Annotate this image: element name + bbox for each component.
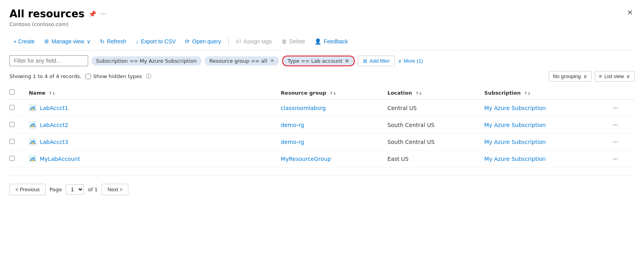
- name-sort-icon[interactable]: ↑↓: [49, 91, 56, 95]
- rg-link[interactable]: MyResourceGroup: [281, 156, 331, 162]
- grouping-dropdown[interactable]: No grouping ∨: [549, 71, 592, 82]
- pagination-row: < Previous Page 1 of 1 Next >: [9, 175, 635, 202]
- gear-icon: ⚙: [44, 38, 49, 45]
- row-2-rg-cell: demo-rg: [281, 134, 387, 151]
- total-pages-label: of 1: [88, 187, 98, 192]
- select-all-checkbox[interactable]: [9, 90, 15, 95]
- rg-sort-icon[interactable]: ↑↓: [329, 91, 336, 95]
- info-icon[interactable]: ⓘ: [146, 73, 151, 80]
- row-1-checkbox[interactable]: [9, 122, 15, 127]
- add-filter-button[interactable]: ⊞ Add filter: [358, 56, 395, 66]
- pin-icon[interactable]: 📌: [89, 10, 96, 18]
- resource-name-link[interactable]: LabAccct2: [40, 122, 68, 128]
- row-0-subscription-cell: My Azure Subscription: [484, 99, 610, 117]
- create-button[interactable]: + Create: [9, 36, 39, 47]
- lab-account-icon: [29, 155, 37, 163]
- table-row: LabAccct2 demo-rgSouth Central USMy Azur…: [9, 117, 635, 134]
- row-ellipsis-button[interactable]: ···: [610, 104, 620, 112]
- assign-tags-button[interactable]: 🏷 Assign tags: [232, 36, 276, 47]
- refresh-icon: ↻: [100, 38, 105, 45]
- row-3-name-cell: MyLabAccount: [29, 151, 281, 168]
- show-hidden-types-label[interactable]: Show hidden types: [85, 73, 142, 79]
- show-hidden-types-checkbox[interactable]: [85, 74, 91, 79]
- chevron-down-icon: ∨: [626, 73, 630, 79]
- feedback-button[interactable]: 👤 Feedback: [311, 36, 352, 47]
- loc-sort-icon[interactable]: ↑↓: [415, 91, 422, 95]
- row-1-rg-cell: demo-rg: [281, 117, 387, 134]
- chevron-down-icon: ∨: [583, 73, 587, 79]
- subscription-link[interactable]: My Azure Subscription: [484, 122, 546, 128]
- more-header-icon[interactable]: ···: [100, 10, 106, 18]
- sub-sort-icon[interactable]: ↑↓: [524, 91, 531, 95]
- resource-name-link[interactable]: LabAccct3: [40, 139, 68, 145]
- row-0-actions-cell: ···: [610, 99, 635, 117]
- results-row: Showing 1 to 4 of 4 records. Show hidden…: [9, 71, 635, 82]
- row-3-subscription-cell: My Azure Subscription: [484, 151, 610, 168]
- filter-row: Subscription == My Azure Subscription Re…: [9, 55, 635, 66]
- resource-name-link[interactable]: MyLabAccount: [40, 156, 80, 162]
- type-chip-close[interactable]: ✕: [345, 58, 349, 64]
- page-select[interactable]: 1: [66, 184, 84, 195]
- row-2-name-cell: LabAccct3: [29, 134, 281, 151]
- subscription-link[interactable]: My Azure Subscription: [484, 156, 546, 162]
- row-0-checkbox[interactable]: [9, 105, 15, 110]
- row-2-subscription-cell: My Azure Subscription: [484, 134, 610, 151]
- subscription-column-header[interactable]: Subscription ↑↓: [484, 86, 610, 99]
- page-label: Page: [50, 187, 62, 192]
- previous-button[interactable]: < Previous: [9, 184, 46, 195]
- manage-view-button[interactable]: ⚙ Manage view ∨: [40, 36, 94, 47]
- row-ellipsis-button[interactable]: ···: [610, 121, 620, 129]
- row-3-checkbox-cell: [9, 151, 29, 168]
- subscription-filter-chip[interactable]: Subscription == My Azure Subscription: [91, 56, 202, 65]
- rg-link[interactable]: demo-rg: [281, 139, 304, 145]
- row-1-subscription-cell: My Azure Subscription: [484, 117, 610, 134]
- resources-table: Name ↑↓ Resource group ↑↓ Location ↑↓ Su…: [9, 86, 635, 168]
- open-query-button[interactable]: ⟳ Open query: [181, 36, 225, 47]
- close-button[interactable]: ×: [627, 8, 633, 16]
- resource-group-column-header[interactable]: Resource group ↑↓: [281, 86, 387, 99]
- toolbar: + Create ⚙ Manage view ∨ ↻ Refresh ↓ Exp…: [9, 33, 635, 50]
- refresh-button[interactable]: ↻ Refresh: [96, 36, 130, 47]
- trash-icon: 🗑: [281, 38, 287, 45]
- row-ellipsis-button[interactable]: ···: [610, 138, 620, 146]
- row-0-name-cell: LabAccct1: [29, 99, 281, 117]
- row-2-checkbox-cell: [9, 134, 29, 151]
- row-2-checkbox[interactable]: [9, 139, 15, 144]
- lab-account-icon: [29, 104, 37, 112]
- view-dropdown[interactable]: ≡ List view ∨: [595, 71, 635, 82]
- record-count: Showing 1 to 4 of 4 records.: [9, 73, 81, 79]
- list-view-icon: ≡: [599, 73, 602, 79]
- query-icon: ⟳: [185, 38, 190, 45]
- rg-link[interactable]: demo-rg: [281, 122, 304, 128]
- type-filter-chip[interactable]: Type == Lab account ✕: [282, 56, 355, 66]
- row-1-checkbox-cell: [9, 117, 29, 134]
- row-0-checkbox-cell: [9, 99, 29, 117]
- resource-group-filter-chip[interactable]: Resource group == all ✕: [205, 56, 279, 65]
- location-column-header[interactable]: Location ↑↓: [387, 86, 484, 99]
- filter-input[interactable]: [9, 55, 88, 66]
- table-row: LabAccct3 demo-rgSouth Central USMy Azur…: [9, 134, 635, 151]
- rg-link[interactable]: classroomlabsrg: [281, 105, 326, 111]
- next-button[interactable]: Next >: [102, 184, 128, 195]
- row-3-location-cell: East US: [387, 151, 484, 168]
- row-0-location-cell: Central US: [387, 99, 484, 117]
- row-2-actions-cell: ···: [610, 134, 635, 151]
- lab-account-icon: [29, 121, 37, 129]
- subscription-link[interactable]: My Azure Subscription: [484, 105, 546, 111]
- resource-group-chip-close[interactable]: ✕: [270, 58, 274, 63]
- export-button[interactable]: ↓ Export to CSV: [132, 36, 180, 47]
- row-3-rg-cell: MyResourceGroup: [281, 151, 387, 168]
- row-0-rg-cell: classroomlabsrg: [281, 99, 387, 117]
- row-ellipsis-button[interactable]: ···: [610, 155, 620, 163]
- name-column-header[interactable]: Name ↑↓: [29, 86, 281, 99]
- chevron-down-icon: ∨: [398, 58, 402, 64]
- page-title: All resources: [9, 8, 85, 20]
- subscription-link[interactable]: My Azure Subscription: [484, 139, 546, 145]
- resource-name-link[interactable]: LabAccct1: [40, 105, 68, 111]
- delete-button[interactable]: 🗑 Delete: [278, 36, 309, 47]
- select-all-header[interactable]: [9, 86, 29, 99]
- row-3-actions-cell: ···: [610, 151, 635, 168]
- more-filter-button[interactable]: ∨ More (1): [398, 58, 423, 64]
- row-1-name-cell: LabAccct2: [29, 117, 281, 134]
- row-3-checkbox[interactable]: [9, 156, 15, 161]
